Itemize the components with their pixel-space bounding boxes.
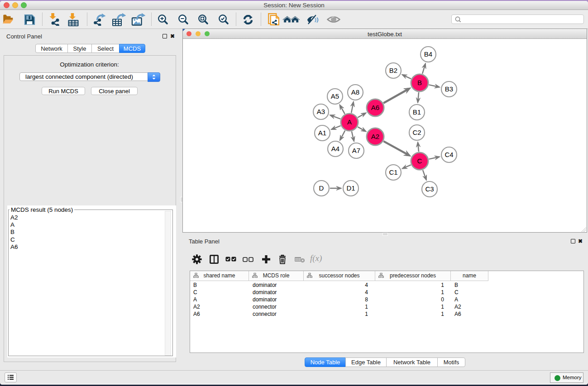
svg-text:D1: D1 [346,184,355,192]
svg-text:C1: C1 [389,168,397,176]
svg-text:C3: C3 [425,185,434,193]
svg-text:A8: A8 [351,88,359,96]
svg-text:A1: A1 [318,129,326,137]
svg-text:B: B [417,79,422,86]
svg-text:D: D [319,184,324,192]
svg-text:B2: B2 [389,67,397,74]
svg-text:C: C [417,157,422,165]
svg-text:A3: A3 [317,108,325,115]
svg-text:A4: A4 [331,145,339,152]
svg-text:B4: B4 [424,50,432,58]
svg-text:A: A [347,118,352,126]
svg-text:B3: B3 [445,85,453,93]
svg-text:A2: A2 [371,133,379,140]
svg-text:C4: C4 [445,151,453,158]
svg-text:A5: A5 [331,92,339,100]
svg-text:B1: B1 [413,108,421,116]
svg-text:A7: A7 [352,147,360,154]
svg-text:A6: A6 [371,104,379,111]
svg-text:C2: C2 [412,129,421,136]
